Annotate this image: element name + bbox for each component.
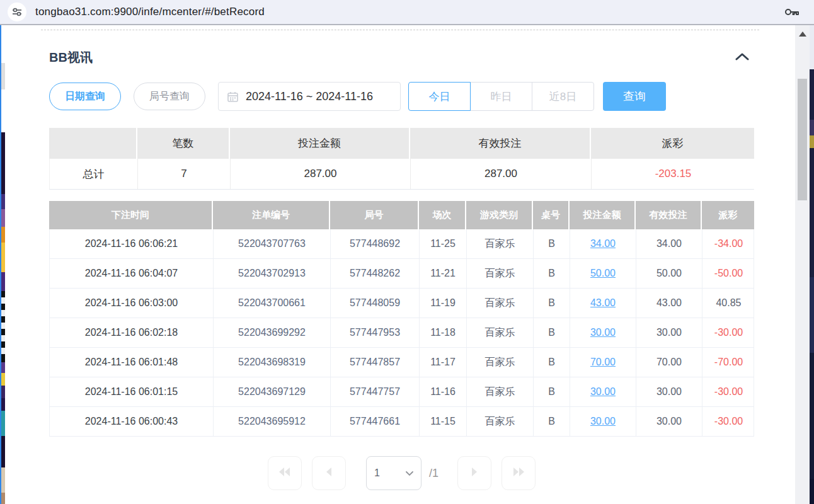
table-row: 2024-11-16 06:01:48 522043698319 5774478… xyxy=(50,348,754,377)
col-header-valid-bet: 有效投注 xyxy=(636,201,702,229)
calendar-icon xyxy=(227,91,238,102)
page-scrollbar[interactable] xyxy=(795,25,810,504)
col-header-bet-time: 下注时间 xyxy=(49,201,213,229)
bet-amount-link[interactable]: 50.00 xyxy=(590,268,616,279)
bet-amount-cell: 34.00 xyxy=(570,229,636,258)
bet-record-panel: BB视讯 日期查询 局号查询 xyxy=(5,25,795,504)
round-query-tab[interactable]: 局号查询 xyxy=(134,83,205,110)
today-button[interactable]: 今日 xyxy=(408,82,471,111)
round-no-cell: 577447953 xyxy=(331,318,420,347)
game-type-cell: 百家乐 xyxy=(467,407,534,436)
site-permissions-icon[interactable] xyxy=(8,3,26,21)
chevron-up-icon xyxy=(735,52,749,63)
table-no-cell: B xyxy=(534,377,570,406)
bet-amount-cell: 30.00 xyxy=(570,318,636,347)
pagination: 1 /1 xyxy=(49,456,754,490)
date-query-tab[interactable]: 日期查询 xyxy=(49,83,121,110)
bet-amount-link[interactable]: 30.00 xyxy=(590,327,616,338)
collapse-panel-button[interactable] xyxy=(730,49,754,66)
summary-valid-bet-value: 287.00 xyxy=(411,159,592,189)
table-row: 2024-11-16 06:06:21 522043707763 5774486… xyxy=(50,229,754,259)
bet-record-table: 下注时间 注单编号 局号 场次 游戏类别 桌号 投注金额 有效投注 派彩 202… xyxy=(49,201,754,437)
col-header-bet-no: 注单编号 xyxy=(213,201,330,229)
table-no-cell: B xyxy=(534,318,570,347)
table-row: 2024-11-16 06:00:43 522043695912 5774476… xyxy=(50,407,754,437)
summary-header-payout: 派彩 xyxy=(591,128,754,159)
scrollbar-up-icon[interactable] xyxy=(795,32,810,40)
search-button[interactable]: 查询 xyxy=(603,82,666,111)
quick-range-group: 今日 昨日 近8日 xyxy=(408,82,594,111)
session-cell: 11-17 xyxy=(420,348,467,377)
next-page-button[interactable] xyxy=(457,456,491,490)
summary-table: 笔数 投注金额 有效投注 派彩 总计 7 287.00 287.00 -203.… xyxy=(49,128,754,190)
bet-amount-link[interactable]: 70.00 xyxy=(590,357,616,368)
bet-time-cell: 2024-11-16 06:04:07 xyxy=(50,259,214,288)
game-type-cell: 百家乐 xyxy=(467,229,534,258)
session-cell: 11-15 xyxy=(420,407,467,436)
valid-bet-cell: 43.00 xyxy=(636,289,702,318)
bet-amount-link[interactable]: 30.00 xyxy=(590,416,616,427)
yesterday-button[interactable]: 昨日 xyxy=(470,82,532,111)
summary-total-label: 总计 xyxy=(50,159,138,189)
bet-no-cell: 522043700661 xyxy=(214,289,331,318)
summary-header-blank xyxy=(49,128,137,159)
background-page-right-edge xyxy=(810,25,814,504)
bet-amount-cell: 30.00 xyxy=(570,407,636,436)
last-page-button[interactable] xyxy=(502,456,536,490)
date-range-picker[interactable]: 2024-11-16 ~ 2024-11-16 xyxy=(218,82,401,111)
col-header-bet-amount: 投注金额 xyxy=(570,201,636,229)
session-cell: 11-21 xyxy=(420,259,467,288)
double-chevron-right-icon xyxy=(512,467,525,479)
valid-bet-cell: 30.00 xyxy=(636,318,702,347)
panel-title: BB视讯 xyxy=(49,49,93,66)
first-page-button[interactable] xyxy=(268,456,302,490)
total-pages-label: /1 xyxy=(429,467,439,480)
bet-amount-cell: 30.00 xyxy=(570,377,636,406)
bet-no-cell: 522043699292 xyxy=(214,318,331,347)
password-key-icon[interactable] xyxy=(784,5,800,19)
game-type-cell: 百家乐 xyxy=(467,289,534,318)
bet-no-cell: 522043697129 xyxy=(214,377,331,406)
bet-amount-cell: 50.00 xyxy=(570,259,636,288)
col-header-payout: 派彩 xyxy=(702,201,754,229)
valid-bet-cell: 70.00 xyxy=(636,348,702,377)
payout-cell: -50.00 xyxy=(702,259,755,288)
table-row: 2024-11-16 06:04:07 522043702913 5774482… xyxy=(50,259,754,289)
bet-time-cell: 2024-11-16 06:06:21 xyxy=(50,229,214,258)
payout-cell: 40.85 xyxy=(702,289,755,318)
summary-header-bet-amount: 投注金额 xyxy=(230,128,410,159)
summary-count-value: 7 xyxy=(138,159,231,189)
bet-amount-link[interactable]: 34.00 xyxy=(590,238,616,249)
round-no-cell: 577447857 xyxy=(331,348,420,377)
round-no-cell: 577448262 xyxy=(331,259,420,288)
bet-amount-cell: 43.00 xyxy=(570,289,636,318)
round-no-cell: 577448692 xyxy=(331,229,420,258)
bet-time-cell: 2024-11-16 06:03:00 xyxy=(50,289,214,318)
last-8-days-button[interactable]: 近8日 xyxy=(532,82,594,111)
session-cell: 11-18 xyxy=(420,318,467,347)
col-header-round-no: 局号 xyxy=(330,201,419,229)
prev-page-button[interactable] xyxy=(312,456,346,490)
scrollbar-thumb[interactable] xyxy=(798,79,807,200)
summary-payout-value: -203.15 xyxy=(592,159,755,189)
session-cell: 11-25 xyxy=(420,229,467,258)
payout-cell: -30.00 xyxy=(702,377,755,406)
browser-address-bar[interactable]: tongbao31.com:9900/infe/mcenter/#/betRec… xyxy=(0,0,814,25)
bet-amount-link[interactable]: 30.00 xyxy=(590,386,616,398)
valid-bet-cell: 50.00 xyxy=(636,259,702,288)
chevron-down-icon xyxy=(406,467,413,479)
game-type-cell: 百家乐 xyxy=(467,259,534,288)
page-select[interactable]: 1 xyxy=(366,456,421,490)
bet-amount-cell: 70.00 xyxy=(570,348,636,377)
summary-header-valid-bet: 有效投注 xyxy=(410,128,591,159)
url-text[interactable]: tongbao31.com:9900/infe/mcenter/#/betRec… xyxy=(35,6,784,18)
payout-cell: -34.00 xyxy=(702,229,755,258)
col-header-game-type: 游戏类别 xyxy=(466,201,533,229)
bet-table-body: 2024-11-16 06:06:21 522043707763 5774486… xyxy=(49,229,754,437)
double-chevron-left-icon xyxy=(278,467,292,479)
bet-amount-link[interactable]: 43.00 xyxy=(590,297,616,309)
valid-bet-cell: 30.00 xyxy=(636,407,702,436)
bet-no-cell: 522043702913 xyxy=(214,259,331,288)
table-no-cell: B xyxy=(534,407,570,436)
bet-time-cell: 2024-11-16 06:01:15 xyxy=(50,377,214,406)
